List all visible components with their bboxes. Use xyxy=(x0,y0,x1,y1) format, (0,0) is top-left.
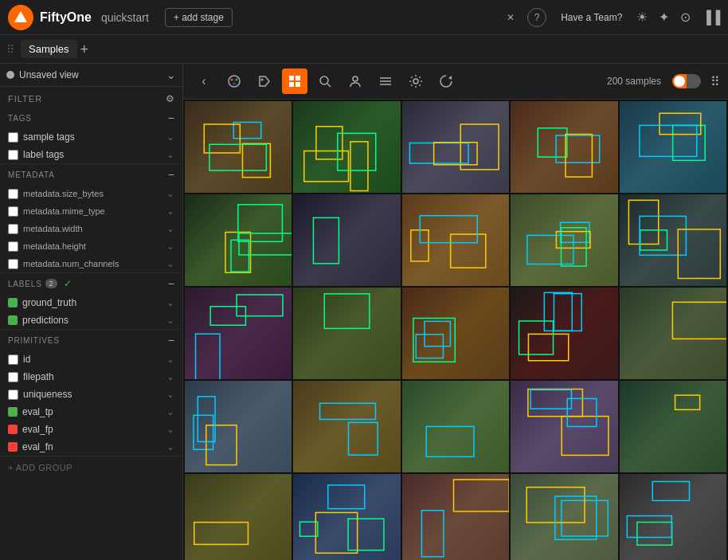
svg-rect-59 xyxy=(519,321,554,354)
tags-collapse-icon[interactable]: − xyxy=(168,112,174,124)
grid-item[interactable] xyxy=(620,381,726,472)
svg-rect-37 xyxy=(231,240,249,272)
num-channels-checkbox[interactable] xyxy=(8,259,18,269)
svg-rect-62 xyxy=(194,415,213,449)
sidebar-item-filepath[interactable]: filepath ⌄ xyxy=(0,368,182,386)
toolbar: ‹ 2 xyxy=(183,64,728,100)
list-view-button[interactable] xyxy=(373,69,398,94)
size-bytes-checkbox[interactable] xyxy=(8,189,18,199)
filter-header: FILTER ⚙ xyxy=(0,87,182,108)
label-tags-chevron[interactable]: ⌄ xyxy=(166,149,174,160)
sidebar-item-label-tags[interactable]: label tags ⌄ xyxy=(0,146,182,163)
filter-settings-icon[interactable]: ⚙ xyxy=(166,93,174,104)
samples-tab[interactable]: Samples xyxy=(21,40,77,58)
grid-view-button[interactable] xyxy=(282,69,307,94)
sidebar-item-predictions[interactable]: predictions ⌄ xyxy=(0,311,182,329)
toggle-track[interactable] xyxy=(672,74,701,88)
grid-item[interactable] xyxy=(185,101,292,193)
help-button[interactable]: ? xyxy=(527,8,546,27)
sidebar-item-sample-tags[interactable]: sample tags ⌄ xyxy=(0,128,182,146)
grid-dots-icon[interactable]: ⠿ xyxy=(710,74,720,89)
svg-rect-48 xyxy=(640,216,686,255)
grid-item[interactable] xyxy=(293,381,400,472)
sidebar-item-eval-fn[interactable]: eval_fn ⌄ xyxy=(0,438,182,456)
grid-item[interactable] xyxy=(620,474,726,560)
grid-item[interactable] xyxy=(620,194,726,286)
sidebar-item-width[interactable]: metadata.width ⌄ xyxy=(0,220,182,237)
id-checkbox[interactable] xyxy=(8,354,18,365)
primitives-collapse-icon[interactable]: − xyxy=(168,334,174,347)
add-group-button[interactable]: + ADD GROUP xyxy=(0,456,182,479)
grid-item[interactable] xyxy=(511,381,617,472)
sample-tags-checkbox[interactable] xyxy=(8,132,18,143)
label-tags-checkbox[interactable] xyxy=(8,150,18,160)
grid-item[interactable] xyxy=(620,288,726,379)
sidebar-item-mime-type[interactable]: metadata.mime_type ⌄ xyxy=(0,202,182,220)
grid-item[interactable] xyxy=(402,101,509,193)
add-tab-button[interactable]: + xyxy=(80,42,89,57)
sidebar-item-eval-tp[interactable]: eval_tp ⌄ xyxy=(0,403,182,421)
grid-item[interactable] xyxy=(293,474,400,560)
color-palette-button[interactable] xyxy=(221,69,247,94)
labels-collapse-icon[interactable]: − xyxy=(168,277,174,290)
grid-item[interactable] xyxy=(511,474,617,560)
primitives-section-header: PRIMITIVES − xyxy=(0,330,182,350)
search-button[interactable] xyxy=(312,69,338,94)
svg-point-5 xyxy=(261,79,264,81)
menu-icon[interactable]: ▐▐ xyxy=(702,10,720,25)
tag-button[interactable] xyxy=(252,69,277,94)
width-checkbox[interactable] xyxy=(8,224,18,234)
tabs-bar: ⠿ Samples + xyxy=(0,35,728,64)
sidebar-item-uniqueness[interactable]: uniqueness ⌄ xyxy=(0,386,182,403)
sample-tags-chevron[interactable]: ⌄ xyxy=(166,131,174,143)
view-toggle[interactable] xyxy=(672,74,701,88)
sidebar-item-id[interactable]: id ⌄ xyxy=(0,350,182,368)
sun-icon[interactable]: ☀ xyxy=(636,10,648,25)
metadata-collapse-icon[interactable]: − xyxy=(168,168,174,181)
uniqueness-checkbox[interactable] xyxy=(8,390,18,400)
svg-rect-66 xyxy=(349,422,378,455)
grid-item[interactable] xyxy=(402,381,509,472)
grid-item[interactable] xyxy=(185,381,292,472)
grid-item[interactable] xyxy=(511,101,617,193)
sidebar-item-size-bytes[interactable]: metadata.size_bytes ⌄ xyxy=(0,185,182,202)
sidebar-item-num-channels[interactable]: metadata.num_channels ⌄ xyxy=(0,255,182,272)
svg-rect-21 xyxy=(316,127,342,159)
grid-item[interactable] xyxy=(511,194,617,286)
grid-item[interactable] xyxy=(293,101,400,193)
sidebar-item-ground-truth[interactable]: ground_truth ⌄ xyxy=(0,294,182,311)
ai-button[interactable] xyxy=(433,69,459,94)
grid-item[interactable] xyxy=(620,101,726,193)
grid-item[interactable] xyxy=(293,288,400,379)
grid-item[interactable] xyxy=(185,474,292,560)
grid-item[interactable] xyxy=(293,194,400,286)
grid-item[interactable] xyxy=(402,194,509,286)
unsaved-view-row[interactable]: Unsaved view ⌄ xyxy=(0,64,182,87)
svg-rect-72 xyxy=(675,395,699,409)
grid-settings-icon[interactable]: ✦ xyxy=(659,10,669,25)
grid-item[interactable] xyxy=(402,288,509,379)
filepath-checkbox[interactable] xyxy=(8,372,18,382)
height-checkbox[interactable] xyxy=(8,241,18,252)
settings-button[interactable] xyxy=(403,69,429,94)
grid-item[interactable] xyxy=(185,288,292,379)
labels-section: LABELS 2 ✓ − ground_truth ⌄ predictions … xyxy=(0,273,182,330)
svg-rect-44 xyxy=(527,235,573,264)
sidebar-item-eval-fp[interactable]: eval_fp ⌄ xyxy=(0,421,182,438)
prev-button[interactable]: ‹ xyxy=(191,69,217,94)
add-stage-button[interactable]: + add stage xyxy=(165,8,233,27)
svg-rect-28 xyxy=(538,128,567,157)
github-icon[interactable]: ⊙ xyxy=(680,10,691,25)
tags-section: TAGS − sample tags ⌄ label tags ⌄ xyxy=(0,108,182,164)
svg-rect-79 xyxy=(453,480,509,511)
unsaved-view-chevron[interactable]: ⌄ xyxy=(166,69,176,81)
grid-item[interactable] xyxy=(402,474,509,560)
mime-type-checkbox[interactable] xyxy=(8,206,18,217)
svg-rect-8 xyxy=(289,82,294,87)
grid-item[interactable] xyxy=(185,194,292,286)
close-icon[interactable]: ✕ xyxy=(507,12,515,23)
person-button[interactable] xyxy=(342,69,368,94)
grid-item[interactable] xyxy=(511,288,617,379)
sidebar-item-height[interactable]: metadata.height ⌄ xyxy=(0,237,182,255)
svg-point-2 xyxy=(231,79,233,81)
